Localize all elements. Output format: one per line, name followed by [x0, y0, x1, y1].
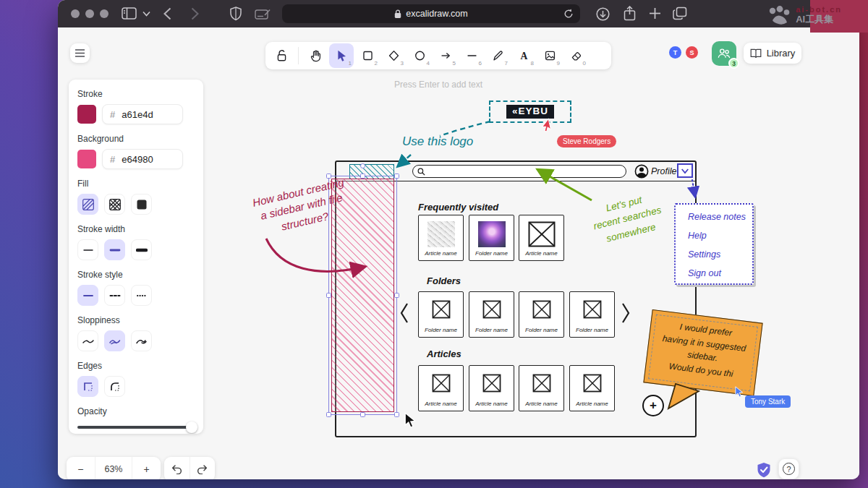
selection-handle-w[interactable] [326, 293, 331, 298]
freq-card-article-1[interactable]: Article name [418, 215, 464, 261]
stroke-style-dotted-button[interactable] [131, 285, 152, 306]
article-card[interactable]: Article name [418, 365, 464, 411]
stroke-width-extrabold-button[interactable] [131, 239, 152, 260]
sloppiness-cartoonist-button[interactable] [131, 330, 152, 351]
fill-solid-button[interactable] [131, 194, 152, 215]
selection-handle-nw[interactable] [326, 174, 331, 179]
selection-handle-sw[interactable] [326, 412, 331, 417]
diamond-tool-button[interactable]: 3 [381, 43, 406, 68]
opacity-slider[interactable] [77, 421, 193, 433]
background-hex-input[interactable]: #e64980 [102, 149, 183, 169]
stroke-width-bold-button[interactable] [104, 239, 125, 260]
selection-rotate-handle[interactable] [360, 163, 365, 168]
draw-tool-button[interactable]: 7 [485, 43, 510, 68]
use-this-logo-annotation[interactable]: Use this logo [402, 134, 473, 149]
back-button-icon[interactable] [163, 7, 171, 20]
stroke-style-solid-button[interactable] [77, 285, 98, 306]
menu-item-sign-out[interactable]: Sign out [688, 268, 752, 278]
edges-sharp-button[interactable] [77, 376, 98, 397]
folder-card[interactable]: Folder name [569, 291, 615, 338]
logo-dashed-frame[interactable]: «EYBU [489, 100, 571, 123]
selection-handle-n[interactable] [360, 174, 365, 179]
wireframe-search-bar[interactable] [412, 165, 626, 178]
text-tool-button[interactable]: A 8 [511, 43, 536, 68]
opacity-thumb[interactable] [186, 421, 197, 433]
collaborator-avatar-t[interactable]: T [669, 46, 681, 59]
collaborator-avatar-s[interactable]: S [686, 46, 698, 59]
article-card[interactable]: Article name [519, 365, 564, 411]
selection-handle-e[interactable] [394, 293, 399, 298]
folder-card[interactable]: Folder name [418, 291, 464, 338]
live-collaboration-button[interactable]: 3 [712, 41, 736, 66]
sidebar-toggle-icon[interactable] [122, 7, 137, 20]
chevron-down-icon[interactable] [142, 11, 150, 17]
selection-tool-button[interactable]: 1 [329, 43, 354, 68]
extrabold-line-icon [136, 244, 148, 256]
help-button[interactable]: ? [778, 458, 799, 479]
selection-handle-ne[interactable] [394, 174, 399, 179]
carousel-left-icon[interactable] [399, 302, 409, 324]
freq-card-folder[interactable]: Folder name [469, 215, 514, 261]
selection-handle-se[interactable] [394, 412, 399, 417]
ellipse-tool-button[interactable]: 4 [407, 43, 432, 68]
folder-card[interactable]: Folder name [519, 291, 564, 338]
close-window-button[interactable] [71, 9, 80, 18]
folders-title[interactable]: Folders [427, 275, 461, 286]
encryption-shield-icon[interactable] [757, 462, 771, 479]
privacy-shield-icon[interactable] [230, 7, 242, 21]
wireframe-profile-menu[interactable]: Release notes Help Settings Sign out [674, 203, 754, 285]
menu-item-help[interactable]: Help [688, 231, 752, 241]
downloads-icon[interactable] [596, 7, 610, 21]
rectangle-tool-button[interactable]: 2 [355, 43, 380, 68]
reload-icon[interactable] [563, 9, 574, 19]
eraser-tool-button[interactable]: 0 [563, 43, 588, 68]
undo-button[interactable] [164, 457, 190, 479]
profile-avatar-icon[interactable] [634, 164, 649, 179]
tab-overview-icon[interactable] [673, 7, 687, 20]
share-icon[interactable] [624, 6, 636, 21]
minimize-window-button[interactable] [85, 9, 94, 18]
edges-round-button[interactable] [104, 376, 125, 397]
library-button[interactable]: Library [744, 43, 801, 64]
lock-tool-button[interactable] [269, 43, 294, 68]
zoom-in-button[interactable]: + [132, 457, 161, 479]
sloppiness-artist-button[interactable] [104, 330, 125, 351]
zoom-window-button[interactable] [100, 9, 109, 18]
line-tool-button[interactable]: 6 [459, 43, 484, 68]
menu-item-settings[interactable]: Settings [688, 249, 752, 260]
forward-button-icon[interactable] [191, 7, 199, 20]
zoom-out-button[interactable]: − [67, 457, 95, 479]
zoom-level-value[interactable]: 63% [95, 457, 132, 479]
carousel-right-icon[interactable] [621, 302, 631, 324]
profile-dropdown-button[interactable] [677, 163, 693, 178]
stroke-color-swatch[interactable] [77, 105, 96, 124]
redo-button[interactable] [190, 457, 216, 479]
selection-handle-s[interactable] [360, 412, 365, 417]
stroke-hex-input[interactable]: #a61e4d [102, 104, 183, 124]
stroke-width-thin-button[interactable] [77, 239, 98, 260]
hand-tool-button[interactable] [303, 43, 328, 68]
address-bar[interactable]: excalidraw.com [282, 4, 580, 23]
stroke-style-dashed-button[interactable] [104, 285, 125, 306]
article-card[interactable]: Article name [469, 365, 514, 411]
main-menu-button[interactable] [70, 43, 90, 63]
writing-tools-icon[interactable] [255, 9, 271, 20]
freq-card-article-2[interactable]: Article name [519, 215, 564, 261]
sticky-note[interactable]: I would prefer having it in suggested si… [643, 309, 762, 396]
freq-visited-title[interactable]: Frequently visited [418, 202, 498, 213]
fill-crosshatch-button[interactable] [104, 194, 125, 215]
articles-title[interactable]: Articles [427, 348, 461, 359]
wireframe-add-fab[interactable]: + [642, 395, 664, 416]
article-card[interactable]: Article name [569, 365, 615, 411]
sloppiness-architect-button[interactable] [77, 330, 98, 351]
fill-hachure-button[interactable] [77, 194, 98, 215]
background-color-swatch[interactable] [77, 150, 96, 168]
image-tool-button[interactable]: 9 [537, 43, 562, 68]
folder-card[interactable]: Folder name [469, 291, 514, 338]
wireframe-profile-label[interactable]: Profile [651, 166, 676, 176]
tool-shortcut: 3 [401, 60, 404, 67]
keybu-logo[interactable]: «EYBU [506, 105, 554, 119]
new-tab-icon[interactable] [649, 7, 661, 20]
menu-item-release-notes[interactable]: Release notes [688, 212, 752, 222]
arrow-tool-button[interactable]: 5 [433, 43, 458, 68]
